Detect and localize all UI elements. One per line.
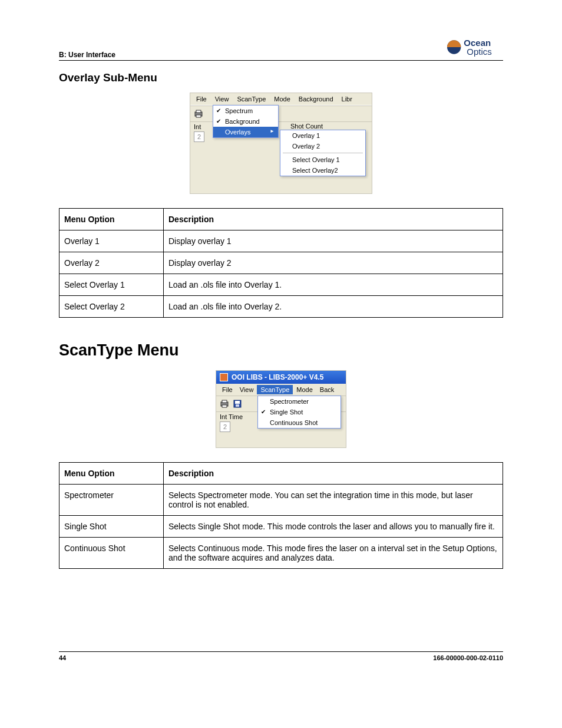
svg-rect-4 (196, 110, 201, 113)
menu-view[interactable]: View (236, 385, 257, 394)
header-section-label: B: User Interface (59, 51, 115, 59)
cell-desc: Selects Single Shot mode. This mode cont… (164, 516, 503, 538)
cell-option: Overlay 2 (59, 252, 164, 274)
menubar: File View ScanType Mode Back (216, 384, 346, 396)
svg-rect-11 (236, 404, 239, 407)
scantype-dropdown: Spectrometer Single Shot Continuous Shot (257, 396, 341, 429)
window-titlebar: OOI LIBS - LIBS-2000+ V4.5 (216, 371, 346, 384)
int-label: Int (194, 123, 201, 130)
table-row: Select Overlay 1 Load an .ols file into … (59, 274, 503, 296)
svg-rect-7 (222, 400, 227, 403)
cell-desc: Selects Continuous mode. This mode fires… (164, 538, 503, 569)
heading-overlay-submenu: Overlay Sub-Menu (59, 71, 503, 84)
th-desc: Description (164, 209, 503, 230)
menu-scantype[interactable]: ScanType (233, 94, 269, 104)
doc-number: 166-00000-000-02-0110 (433, 654, 503, 661)
cell-option: Single Shot (59, 516, 164, 538)
table-row: Overlay 1 Display overlay 1 (59, 230, 503, 252)
menuitem-overlay1[interactable]: Overlay 1 (280, 130, 365, 141)
menu-file[interactable]: File (219, 385, 236, 394)
menuitem-overlays[interactable]: Overlays (213, 127, 278, 137)
table-row: Spectrometer Selects Spectrometer mode. … (59, 485, 503, 516)
menuitem-spectrum[interactable]: Spectrum (213, 106, 278, 116)
cell-option: Select Overlay 2 (59, 296, 164, 318)
save-icon[interactable] (233, 399, 242, 409)
page-number: 44 (59, 654, 66, 661)
menu-back[interactable]: Back (316, 385, 338, 394)
cell-option: Overlay 1 (59, 230, 164, 252)
menuitem-overlay2[interactable]: Overlay 2 (280, 141, 365, 151)
cell-desc: Selects Spectrometer mode. You can set t… (164, 485, 503, 516)
menuitem-single-shot[interactable]: Single Shot (258, 407, 340, 417)
svg-text:Optics: Optics (467, 47, 492, 57)
view-dropdown: Spectrum Background Overlays (213, 105, 279, 138)
window-icon (220, 373, 228, 381)
numbox[interactable]: 2 (194, 131, 204, 142)
table-row: Overlay 2 Display overlay 2 (59, 252, 503, 274)
menu-background[interactable]: Background (295, 94, 337, 104)
cell-option: Spectrometer (59, 485, 164, 516)
page-header: B: User Interface Ocean Optics (59, 35, 503, 61)
page-footer: 44 166-00000-000-02-0110 (59, 651, 503, 661)
table-row: Select Overlay 2 Load an .ols file into … (59, 296, 503, 318)
svg-rect-8 (222, 405, 227, 407)
th-option: Menu Option (59, 209, 164, 230)
th-option: Menu Option (59, 463, 164, 485)
scantype-table: Menu Option Description Spectrometer Sel… (59, 462, 503, 569)
menuitem-spectrometer[interactable]: Spectrometer (258, 396, 340, 407)
ocean-optics-logo: Ocean Optics (444, 35, 503, 59)
window-title: OOI LIBS - LIBS-2000+ V4.5 (232, 373, 323, 381)
menuitem-select-overlay1[interactable]: Select Overlay 1 (280, 154, 365, 165)
cell-option: Continuous Shot (59, 538, 164, 569)
menu-libr[interactable]: Libr (338, 94, 356, 104)
menuitem-background[interactable]: Background (213, 116, 278, 127)
table-row: Continuous Shot Selects Continuous mode.… (59, 538, 503, 569)
cell-desc: Display overlay 2 (164, 252, 503, 274)
separator (283, 153, 363, 153)
svg-rect-10 (235, 401, 240, 404)
print-icon[interactable] (194, 109, 203, 118)
heading-scantype-menu: ScanType Menu (59, 341, 503, 360)
cell-option: Select Overlay 1 (59, 274, 164, 296)
menu-scantype[interactable]: ScanType (257, 385, 293, 394)
menubar: File View ScanType Mode Background Libr (190, 93, 372, 106)
overlay-table: Menu Option Description Overlay 1 Displa… (59, 208, 503, 318)
menu-mode[interactable]: Mode (270, 94, 294, 104)
int-time-label: Int Time (220, 413, 243, 420)
screenshot-overlay-submenu: File View ScanType Mode Background Libr … (190, 93, 372, 194)
screenshot-scantype-menu: OOI LIBS - LIBS-2000+ V4.5 File View Sca… (216, 370, 346, 448)
table-row: Single Shot Selects Single Shot mode. Th… (59, 516, 503, 538)
svg-rect-5 (196, 115, 201, 117)
menuitem-continuous-shot[interactable]: Continuous Shot (258, 417, 340, 428)
cell-desc: Load an .ols file into Overlay 2. (164, 296, 503, 318)
menu-file[interactable]: File (193, 94, 210, 104)
menu-mode[interactable]: Mode (293, 385, 316, 394)
numbox[interactable]: 2 (220, 421, 230, 432)
th-desc: Description (164, 463, 503, 485)
menuitem-select-overlay2[interactable]: Select Overlay2 (280, 165, 365, 176)
overlays-submenu: Overlay 1 Overlay 2 Select Overlay 1 Sel… (280, 130, 366, 176)
cell-desc: Display overlay 1 (164, 230, 503, 252)
menu-view[interactable]: View (211, 94, 233, 104)
cell-desc: Load an .ols file into Overlay 1. (164, 274, 503, 296)
print-icon[interactable] (220, 399, 229, 409)
shot-count-label: Shot Count (290, 123, 323, 130)
